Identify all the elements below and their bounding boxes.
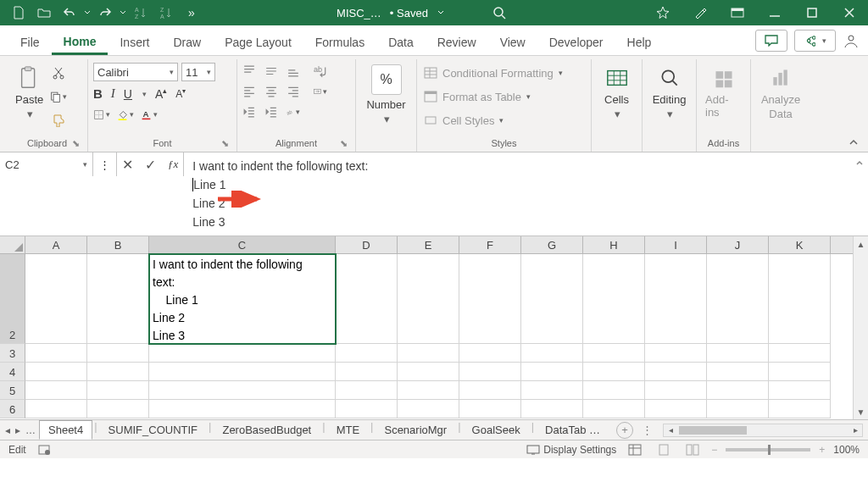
column-header[interactable]: A bbox=[25, 236, 87, 253]
font-name-select[interactable]: Calibri▾ bbox=[93, 63, 178, 81]
cell[interactable] bbox=[583, 363, 645, 381]
cut-icon[interactable] bbox=[50, 64, 67, 81]
align-middle-icon[interactable] bbox=[264, 64, 278, 78]
clipboard-launcher-icon[interactable]: ⬊ bbox=[72, 138, 84, 150]
saved-dropdown-icon[interactable] bbox=[437, 8, 445, 17]
merge-icon[interactable]: ▾ bbox=[314, 85, 327, 98]
zoom-out-icon[interactable]: − bbox=[711, 444, 717, 456]
search-icon[interactable] bbox=[487, 2, 511, 24]
name-box[interactable]: C2 ▾ bbox=[0, 152, 93, 176]
cancel-edit-icon[interactable]: ✕ bbox=[122, 157, 133, 173]
expand-formula-bar-icon[interactable] bbox=[851, 152, 868, 235]
cell[interactable] bbox=[707, 381, 769, 400]
normal-view-icon[interactable] bbox=[625, 442, 645, 457]
sheet-tab[interactable]: SUMIF_COUNTIF bbox=[99, 420, 207, 440]
cell[interactable] bbox=[459, 344, 521, 363]
align-left-icon[interactable] bbox=[242, 85, 256, 98]
horizontal-scroll-thumb[interactable] bbox=[679, 426, 747, 435]
column-header[interactable]: B bbox=[87, 236, 149, 253]
page-break-view-icon[interactable] bbox=[682, 442, 703, 457]
conditional-formatting-button[interactable]: Conditional Formatting▾ bbox=[422, 64, 563, 81]
vertical-scrollbar[interactable]: ▲ ▼ bbox=[853, 236, 868, 419]
new-file-icon[interactable] bbox=[7, 2, 31, 24]
cell[interactable] bbox=[769, 381, 831, 400]
decrease-indent-icon[interactable] bbox=[242, 105, 256, 119]
name-box-options-icon[interactable]: ⋮ bbox=[93, 152, 117, 176]
cell[interactable] bbox=[149, 400, 336, 418]
cell[interactable] bbox=[707, 363, 769, 381]
cell[interactable] bbox=[645, 254, 707, 344]
cell[interactable] bbox=[459, 381, 521, 400]
font-launcher-icon[interactable]: ⬊ bbox=[221, 138, 233, 150]
cell[interactable] bbox=[87, 381, 149, 400]
cell[interactable] bbox=[521, 344, 583, 363]
tab-data[interactable]: Data bbox=[376, 29, 426, 55]
cell[interactable] bbox=[87, 344, 149, 363]
grow-font-icon[interactable]: A▴ bbox=[155, 86, 167, 101]
sheet-tab[interactable]: MTE bbox=[327, 420, 369, 440]
undo-dropdown[interactable] bbox=[83, 2, 92, 24]
cell[interactable] bbox=[707, 344, 769, 363]
cell[interactable] bbox=[25, 363, 87, 381]
row-header[interactable]: 6 bbox=[0, 400, 25, 418]
cell[interactable] bbox=[645, 363, 707, 381]
cell[interactable] bbox=[645, 344, 707, 363]
zoom-level[interactable]: 100% bbox=[833, 444, 860, 456]
cell[interactable] bbox=[398, 400, 459, 418]
column-header[interactable]: E bbox=[398, 236, 459, 253]
borders-icon[interactable]: ▾ bbox=[93, 106, 110, 123]
cell[interactable] bbox=[769, 400, 831, 418]
align-bottom-icon[interactable] bbox=[287, 64, 300, 78]
cell-styles-button[interactable]: Cell Styles▾ bbox=[422, 112, 504, 129]
cell[interactable] bbox=[25, 254, 87, 344]
orientation-icon[interactable]: ab▾ bbox=[287, 105, 300, 119]
sheet-tab[interactable]: GoalSeek bbox=[463, 420, 530, 440]
sheet-tab[interactable]: Sheet4 bbox=[39, 420, 92, 440]
sheet-tab[interactable]: ScenarioMgr bbox=[375, 420, 456, 440]
zoom-in-icon[interactable]: + bbox=[819, 444, 825, 456]
minimize-button[interactable] bbox=[756, 0, 793, 25]
document-name[interactable]: MISC_… bbox=[337, 7, 381, 19]
cell[interactable] bbox=[336, 363, 398, 381]
underline-button[interactable]: U bbox=[124, 87, 132, 101]
wrap-text-icon[interactable]: ab bbox=[314, 64, 327, 78]
sheet-nav-prev-icon[interactable]: ◂ bbox=[5, 424, 10, 436]
fill-color-icon[interactable]: ▾ bbox=[117, 106, 134, 123]
format-painter-icon[interactable] bbox=[50, 112, 67, 129]
editing-button[interactable]: Editing▾ bbox=[649, 63, 690, 122]
shrink-font-icon[interactable]: A▾ bbox=[175, 87, 186, 100]
cell[interactable] bbox=[769, 254, 831, 344]
cell[interactable] bbox=[336, 381, 398, 400]
coming-soon-icon[interactable] bbox=[682, 0, 719, 25]
sheet-tab[interactable]: DataTab … bbox=[536, 420, 609, 440]
open-file-icon[interactable] bbox=[32, 2, 56, 24]
tab-file[interactable]: File bbox=[8, 29, 52, 55]
cell[interactable] bbox=[149, 381, 336, 400]
cell[interactable] bbox=[521, 400, 583, 418]
undo-icon[interactable] bbox=[58, 2, 81, 24]
redo-icon[interactable] bbox=[93, 2, 117, 24]
increase-indent-icon[interactable] bbox=[264, 105, 278, 119]
cell[interactable] bbox=[645, 400, 707, 418]
ribbon-display-icon[interactable] bbox=[719, 0, 756, 25]
addins-button[interactable]: Add-ins bbox=[702, 63, 745, 120]
cell[interactable] bbox=[459, 400, 521, 418]
cell[interactable] bbox=[336, 254, 398, 344]
column-header[interactable]: I bbox=[645, 236, 707, 253]
italic-button[interactable]: I bbox=[111, 86, 115, 101]
scroll-down-icon[interactable]: ▼ bbox=[854, 404, 868, 419]
page-layout-view-icon[interactable] bbox=[654, 442, 674, 457]
collapse-ribbon-icon[interactable] bbox=[848, 136, 860, 148]
formula-input[interactable]: I want to indent the following text: Lin… bbox=[184, 152, 851, 235]
horizontal-scrollbar[interactable]: ◂ ▸ bbox=[663, 424, 863, 437]
number-format-button[interactable]: % Number ▾ bbox=[363, 63, 409, 127]
cell[interactable] bbox=[769, 344, 831, 363]
macro-recorder-icon[interactable] bbox=[38, 444, 52, 456]
column-header[interactable]: C bbox=[149, 236, 336, 253]
comments-button[interactable] bbox=[755, 30, 787, 52]
font-size-select[interactable]: 11▾ bbox=[181, 63, 215, 81]
column-header[interactable]: D bbox=[336, 236, 398, 253]
align-top-icon[interactable] bbox=[242, 64, 256, 78]
cell[interactable] bbox=[583, 254, 645, 344]
sort-asc-icon[interactable]: AZ bbox=[129, 2, 153, 24]
